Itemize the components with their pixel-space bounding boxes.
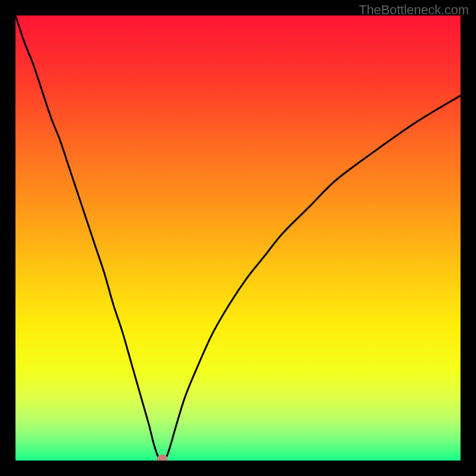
plot-svg: [15, 15, 461, 461]
gradient-background: [15, 15, 461, 461]
chart-frame: TheBottleneck.com: [0, 0, 476, 476]
plot-area: [15, 15, 461, 461]
watermark-text: TheBottleneck.com: [359, 2, 469, 18]
